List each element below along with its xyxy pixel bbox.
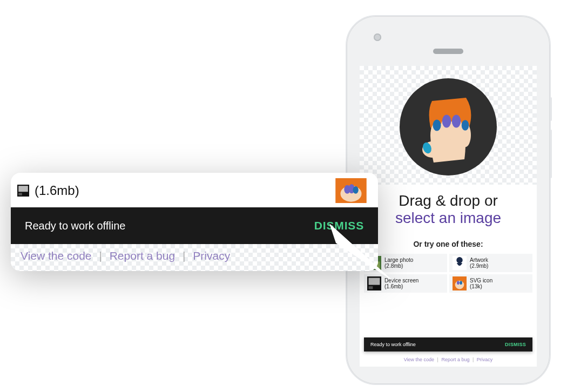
drop-zone[interactable] <box>360 66 537 185</box>
headline-text: Drag & drop or <box>365 192 531 209</box>
zoom-callout: (1.6mb) Ready to work offline DISMISS Vi… <box>11 173 378 271</box>
device-icon <box>17 185 29 197</box>
view-code-link[interactable]: View the code <box>21 249 92 262</box>
report-bug-link[interactable]: Report a bug <box>110 249 175 262</box>
offline-toast: Ready to work offline DISMISS <box>364 337 532 352</box>
phone-screen: Drag & drop or select an image Or try on… <box>360 66 537 367</box>
svg-point-6 <box>452 115 461 128</box>
phone-camera <box>374 33 381 41</box>
privacy-link[interactable]: Privacy <box>193 249 230 262</box>
svg-point-4 <box>433 120 441 131</box>
svg-point-20 <box>457 281 460 285</box>
app-logo <box>400 78 497 175</box>
phone-side-button <box>550 97 552 121</box>
svg-rect-24 <box>18 193 22 195</box>
squoosh-logo-icon <box>408 86 489 167</box>
report-bug-link[interactable]: Report a bug <box>441 357 469 362</box>
sample-size: (13k) <box>470 283 492 290</box>
svg-point-14 <box>456 257 462 263</box>
svg-point-7 <box>462 120 469 131</box>
phone-volume-button <box>550 130 552 178</box>
svg-point-5 <box>442 115 451 128</box>
svg-point-21 <box>460 281 462 285</box>
privacy-link[interactable]: Privacy <box>477 357 493 362</box>
toast-message: Ready to work offline <box>25 220 125 232</box>
callout-offline-toast: Ready to work offline DISMISS <box>11 207 378 244</box>
sample-label: SVG icon <box>470 278 492 284</box>
sample-size: (2.9mb) <box>470 263 488 269</box>
toast-message: Ready to work offline <box>370 342 416 347</box>
sample-label: Artwork <box>470 257 488 263</box>
dismiss-button[interactable]: DISMISS <box>505 342 526 347</box>
logo-icon <box>453 276 467 290</box>
logo-icon <box>334 178 368 203</box>
callout-footer: View the code | Report a bug | Privacy <box>11 244 378 271</box>
svg-point-29 <box>353 186 358 194</box>
svg-point-19 <box>455 281 464 289</box>
artwork-icon <box>453 256 467 270</box>
sample-artwork[interactable]: Artwork (2.9mb) <box>449 254 532 272</box>
footer-links: View the code | Report a bug | Privacy <box>360 357 537 362</box>
callout-sample-row: (1.6mb) <box>11 173 378 207</box>
callout-pointer <box>329 224 394 288</box>
sample-svg-icon[interactable]: SVG icon (13k) <box>449 274 532 293</box>
svg-rect-23 <box>18 186 28 192</box>
callout-sample-size: (1.6mb) <box>35 183 79 198</box>
svg-marker-30 <box>329 224 394 282</box>
view-code-link[interactable]: View the code <box>404 357 434 362</box>
phone-speaker <box>433 49 463 54</box>
